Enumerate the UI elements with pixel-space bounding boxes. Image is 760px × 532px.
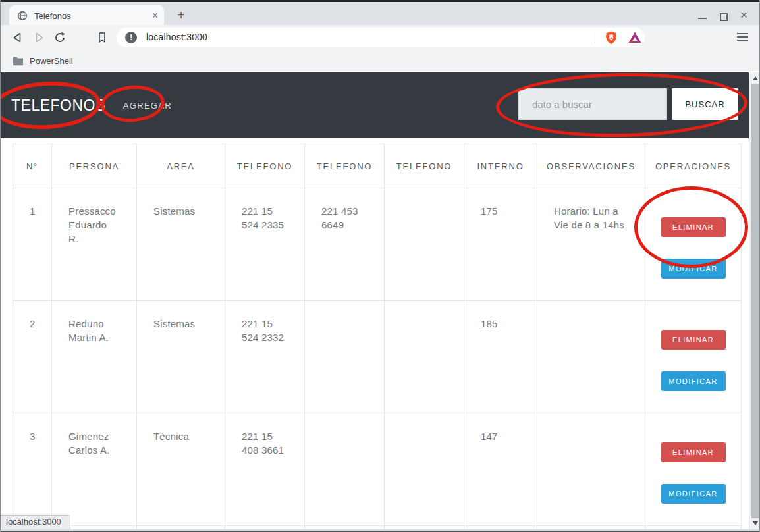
col-header-telefono3: TELEFONO: [385, 144, 464, 188]
site-info-icon[interactable]: !: [125, 32, 137, 43]
table-row: 3 Gimenez Carlos A. Técnica 221 15 408 3…: [13, 413, 742, 526]
cell-n: 2: [13, 301, 52, 413]
col-header-interno: INTERNO: [464, 144, 537, 188]
table-header-row: N° PERSONA AREA TELEFONO TELEFONO TELEFO…: [13, 144, 742, 188]
window-minimize-button[interactable]: [698, 18, 707, 19]
cell-area: Técnica: [137, 413, 225, 526]
col-header-operaciones: OPERACIONES: [645, 144, 742, 188]
search-button[interactable]: BUSCAR: [672, 88, 738, 120]
cell-telefono2: [305, 301, 385, 413]
web-page: TELEFONOS AGREGAR BUSCAR N° PERSONA AREA…: [1, 71, 749, 529]
brand-link[interactable]: TELEFONOS: [11, 97, 106, 115]
cell-observaciones: [537, 413, 645, 526]
browser-window: Telefonos × + ×: [0, 0, 760, 532]
cell-telefono2: 221 453 6649: [305, 188, 385, 301]
bookmark-item-powershell[interactable]: PowerShell: [30, 56, 73, 66]
search-input[interactable]: [518, 88, 667, 120]
cell-operaciones: ELIMINAR MODIFICAR: [645, 301, 742, 413]
cell-interno: 185: [464, 301, 537, 413]
cell-observaciones: Horario: Lun a Vie de 8 a 14hs: [537, 188, 645, 301]
folder-icon: [13, 56, 24, 66]
scrollbar-thumb[interactable]: [751, 84, 759, 518]
cell-area: Sistemas: [137, 188, 225, 301]
cell-persona: Reduno Martin A.: [52, 301, 137, 413]
back-icon[interactable]: [11, 31, 24, 44]
cell-operaciones: ELIMINAR MODIFICAR: [645, 413, 742, 526]
new-tab-button[interactable]: +: [173, 8, 189, 24]
edit-button[interactable]: MODIFICAR: [661, 371, 726, 391]
cell-observaciones: [537, 301, 645, 413]
cell-operaciones: ELIMINAR MODIFICAR: [645, 188, 742, 301]
phones-table: N° PERSONA AREA TELEFONO TELEFONO TELEFO…: [13, 144, 742, 529]
col-header-observaciones: OBSERVACIONES: [537, 144, 645, 188]
browser-tab[interactable]: Telefonos ×: [9, 5, 164, 27]
col-header-telefono1: TELEFONO: [225, 144, 305, 188]
delete-button[interactable]: ELIMINAR: [661, 217, 726, 237]
bat-rewards-icon[interactable]: [628, 30, 642, 45]
globe-icon: [17, 11, 28, 21]
scroll-up-arrow-icon[interactable]: [753, 76, 758, 80]
tab-close-icon[interactable]: ×: [152, 9, 158, 22]
tab-title: Telefonos: [34, 11, 71, 21]
vertical-scrollbar[interactable]: [749, 72, 760, 529]
cell-interno: 147: [464, 413, 537, 526]
cell-telefono3: [385, 188, 464, 301]
forward-icon[interactable]: [32, 31, 45, 44]
cell-telefono1: 221 15 524 2335: [225, 188, 305, 301]
cell-persona: Pressacco Eduardo R.: [52, 188, 137, 301]
nav-link-agregar[interactable]: AGREGAR: [123, 101, 172, 111]
cell-telefono2: [305, 413, 385, 526]
brave-shield-icon[interactable]: [604, 30, 618, 45]
bookmarks-bar: PowerShell: [1, 50, 760, 71]
window-bottom-edge: [1, 529, 760, 532]
address-bar[interactable]: ! localhost:3000: [117, 28, 645, 47]
cell-telefono3: [385, 413, 464, 526]
menu-icon[interactable]: [737, 33, 748, 43]
url-text[interactable]: localhost:3000: [146, 32, 207, 42]
cell-n: 1: [13, 188, 52, 301]
cell-persona: Gimenez Carlos A.: [52, 413, 137, 526]
col-header-area: AREA: [137, 144, 225, 188]
urlbar-divider: [595, 32, 595, 43]
col-header-persona: PERSONA: [52, 144, 137, 188]
cell-telefono1: 221 15 524 2332: [225, 301, 305, 413]
cell-area: Sistemas: [137, 301, 225, 413]
tab-strip: Telefonos × + ×: [1, 0, 760, 25]
delete-button[interactable]: ELIMINAR: [661, 330, 726, 350]
table-row: 1 Pressacco Eduardo R. Sistemas 221 15 5…: [13, 188, 742, 301]
app-navbar: TELEFONOS AGREGAR BUSCAR: [1, 72, 749, 138]
window-maximize-button[interactable]: [720, 13, 728, 21]
window-close-button[interactable]: ×: [740, 8, 747, 22]
col-header-n: N°: [13, 144, 52, 188]
cell-interno: 175: [464, 188, 537, 301]
delete-button[interactable]: ELIMINAR: [661, 442, 726, 462]
cell-telefono1: 221 15 408 3661: [225, 413, 305, 526]
scroll-down-arrow-icon[interactable]: [753, 521, 758, 525]
edit-button[interactable]: MODIFICAR: [661, 259, 726, 279]
cell-n: 3: [13, 413, 52, 526]
bookmark-icon[interactable]: [95, 31, 109, 44]
status-bar-link-preview: localhost:3000: [1, 515, 70, 529]
reload-icon[interactable]: [53, 31, 67, 44]
cell-telefono3: [385, 301, 464, 413]
table-row: 2 Reduno Martin A. Sistemas 221 15 524 2…: [13, 301, 742, 413]
edit-button[interactable]: MODIFICAR: [661, 484, 726, 504]
browser-toolbar: ! localhost:3000: [1, 25, 760, 50]
col-header-telefono2: TELEFONO: [305, 144, 385, 188]
